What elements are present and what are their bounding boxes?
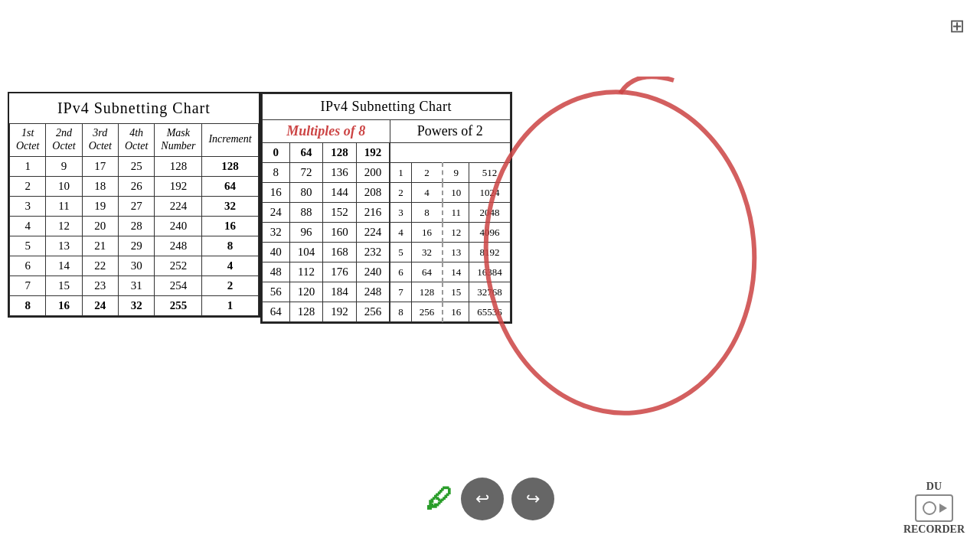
left-table-cell: 31	[118, 276, 154, 295]
right-pow-cell: 256	[411, 302, 443, 322]
right-pow-cell: 13	[443, 243, 469, 262]
left-table-cell: 23	[82, 276, 118, 295]
redo-button[interactable]: ↪	[511, 478, 554, 520]
right-mult-cell: 104	[289, 243, 323, 262]
squiggle-icon: 🖊	[426, 483, 453, 515]
left-table-container: IPv4 Subnetting Chart 1stOctet 2ndOctet …	[8, 92, 260, 318]
main-content: IPv4 Subnetting Chart 1stOctet 2ndOctet …	[0, 0, 980, 551]
undo-button[interactable]: ↩	[461, 478, 504, 520]
right-mult-cell: 64	[262, 302, 289, 322]
right-pow-cell: 2048	[469, 203, 511, 223]
right-mult-cell: 248	[356, 282, 390, 302]
right-pow-cell: 64	[411, 262, 443, 282]
right-pow-cell: 5	[390, 243, 411, 262]
right-pow-cell: 8	[411, 203, 443, 223]
right-mult-cell: 144	[323, 183, 357, 203]
left-table-cell: 255	[155, 295, 202, 315]
left-table-cell: 8	[10, 295, 46, 315]
right-pow-cell: 4096	[469, 223, 511, 243]
right-mult-cell: 40	[262, 243, 289, 262]
left-table-cell: 192	[155, 176, 202, 196]
left-table-cell: 6	[10, 256, 46, 276]
right-pow-cell: 1	[390, 163, 411, 183]
left-table-cell: 21	[82, 236, 118, 256]
left-table-cell: 24	[82, 295, 118, 315]
mult-col-64: 64	[289, 143, 323, 163]
mult-col-128: 128	[323, 143, 357, 163]
du-recorder-label: RECORDER	[903, 523, 965, 536]
left-table-cell: 224	[155, 196, 202, 216]
right-mult-cell: 56	[262, 282, 289, 302]
right-mult-cell: 256	[356, 302, 390, 322]
col-header-1st: 1stOctet	[10, 124, 46, 157]
right-pow-cell: 14	[443, 262, 469, 282]
fullscreen-icon[interactable]: ⊞	[949, 15, 965, 37]
powers-sub-header	[390, 143, 510, 163]
right-table-title: IPv4 Subnetting Chart	[262, 94, 510, 120]
right-mult-cell: 224	[356, 223, 390, 243]
right-mult-cell: 176	[323, 262, 357, 282]
right-mult-cell: 112	[289, 262, 323, 282]
left-table-title: IPv4 Subnetting Chart	[10, 93, 259, 124]
right-pow-cell: 9	[443, 163, 469, 183]
left-table-cell: 4	[10, 216, 46, 236]
right-pow-cell: 4	[411, 183, 443, 203]
col-header-3rd: 3rdOctet	[82, 124, 118, 157]
right-pow-cell: 128	[411, 282, 443, 302]
powers-header: Powers of 2	[390, 120, 510, 143]
left-table-cell: 12	[46, 216, 82, 236]
right-mult-cell: 232	[356, 243, 390, 262]
col-header-2nd: 2ndOctet	[46, 124, 82, 157]
left-table-cell: 11	[46, 196, 82, 216]
right-mult-cell: 120	[289, 282, 323, 302]
right-mult-cell: 24	[262, 203, 289, 223]
right-mult-cell: 216	[356, 203, 390, 223]
left-table-cell: 2	[10, 176, 46, 196]
left-table-cell: 15	[46, 276, 82, 295]
left-table-cell: 240	[155, 216, 202, 236]
mult-col-192: 192	[356, 143, 390, 163]
mult-col-0: 0	[262, 143, 289, 163]
left-table-cell: 128	[155, 156, 202, 176]
right-table: IPv4 Subnetting Chart Multiples of 8 Pow…	[262, 93, 511, 322]
right-pow-cell: 6	[390, 262, 411, 282]
left-table-cell: 19	[82, 196, 118, 216]
right-mult-cell: 32	[262, 223, 289, 243]
bottom-controls: 🖊 ↩ ↪	[426, 478, 554, 520]
left-table-cell: 248	[155, 236, 202, 256]
right-pow-cell: 11	[443, 203, 469, 223]
left-table-cell: 32	[118, 295, 154, 315]
left-table-cell: 29	[118, 236, 154, 256]
right-mult-cell: 152	[323, 203, 357, 223]
right-mult-cell: 128	[289, 302, 323, 322]
left-table-cell: 7	[10, 276, 46, 295]
right-pow-cell: 10	[443, 183, 469, 203]
right-pow-cell: 7	[390, 282, 411, 302]
left-table-cell: 27	[118, 196, 154, 216]
right-mult-cell: 240	[356, 262, 390, 282]
right-mult-cell: 184	[323, 282, 357, 302]
right-mult-cell: 192	[323, 302, 357, 322]
right-table-container: IPv4 Subnetting Chart Multiples of 8 Pow…	[260, 92, 512, 324]
right-mult-cell: 160	[323, 223, 357, 243]
col-header-mask: MaskNumber	[155, 124, 202, 157]
left-table-cell: 10	[46, 176, 82, 196]
left-table-cell: 14	[46, 256, 82, 276]
right-pow-cell: 16384	[469, 262, 511, 282]
right-mult-cell: 16	[262, 183, 289, 203]
right-mult-cell: 72	[289, 163, 323, 183]
left-table-cell: 1	[202, 295, 258, 315]
right-pow-cell: 2	[390, 183, 411, 203]
right-pow-cell: 65536	[469, 302, 511, 322]
right-pow-cell: 16	[443, 302, 469, 322]
right-pow-cell: 15	[443, 282, 469, 302]
right-pow-cell: 32768	[469, 282, 511, 302]
left-table-cell: 32	[202, 196, 258, 216]
du-text: DU	[926, 481, 942, 493]
du-recorder: DU RECORDER	[903, 481, 965, 536]
right-pow-cell: 8192	[469, 243, 511, 262]
left-table-cell: 8	[202, 236, 258, 256]
left-table-cell: 3	[10, 196, 46, 216]
left-table-cell: 9	[46, 156, 82, 176]
right-mult-cell: 80	[289, 183, 323, 203]
